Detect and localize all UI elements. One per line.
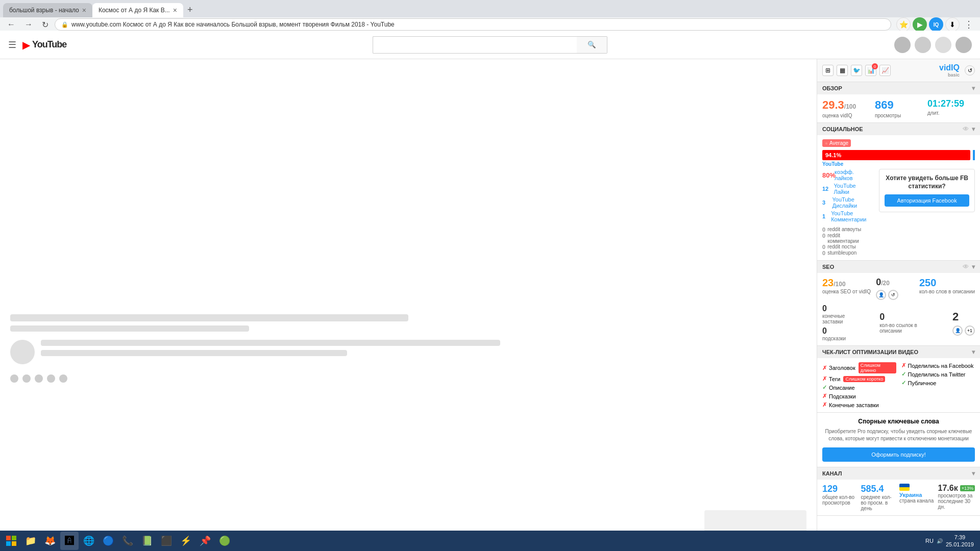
overview-header[interactable]: ОБЗОР ▾ <box>817 82 980 94</box>
check-x-endcards: ✗ <box>822 402 827 408</box>
reddit-val-3: 0 <box>822 250 825 256</box>
checklist-content: ✗ Заголовок Слишком длинно ✗ Теги Слишко… <box>817 358 980 412</box>
duration-block: 01:27:59 длит. <box>927 98 975 116</box>
tab-1-close[interactable]: × <box>82 6 86 14</box>
metric-row-3: 1 YouTube Комментарии <box>822 210 870 222</box>
dot-5[interactable] <box>59 374 67 383</box>
nav-bar: ← → ↻ 🔒 www.youtube.com Космос от А до Я… <box>0 17 980 32</box>
subscribe-button[interactable]: Оформить подписку! <box>822 447 975 462</box>
hamburger-menu[interactable]: ☰ <box>8 39 16 51</box>
avatar-3[interactable] <box>935 37 951 53</box>
dot-4[interactable] <box>47 374 55 383</box>
cards-label: подсказки <box>822 336 864 341</box>
metric-value-0: 80% <box>822 171 832 179</box>
metric-value-1: 12 <box>822 186 831 192</box>
svg-rect-0 <box>6 536 11 540</box>
taskbar-antivirus[interactable]: 🅰 <box>60 532 79 550</box>
extension-icon-4[interactable]: ⬇ <box>945 17 960 32</box>
overview-content: 29.3/100 оценка vidIQ 869 просмотры 01:2… <box>817 94 980 122</box>
avatar-1[interactable] <box>894 37 911 53</box>
vidiq-toolbar: ⊞ ▦ 🐦 0 📊 📈 vidIQ basic ↺ <box>817 59 980 82</box>
taskbar-opera[interactable]: 🔵 <box>99 532 117 550</box>
taskbar-browser1[interactable]: 🦊 <box>41 532 59 550</box>
extension-icon-2[interactable]: ▶ <box>913 17 927 32</box>
reddit-label-1: reddit комментарии <box>827 233 870 244</box>
taskbar-note[interactable]: 📗 <box>138 532 156 550</box>
channel-section: КАНАЛ ▾ 129 общее кол-во просмотров 585.… <box>817 467 980 516</box>
toolbar-badge-icon[interactable]: 0 📊 <box>865 65 876 76</box>
avatar-4[interactable] <box>955 37 972 53</box>
fb-auth-button[interactable]: Авторизация Facebook <box>885 194 969 207</box>
toolbar-bar-icon[interactable]: ▦ <box>837 65 848 76</box>
taskbar-chrome[interactable]: 🌐 <box>80 532 98 550</box>
check-label-title: Заголовок <box>829 365 855 371</box>
placeholder-title <box>10 314 408 321</box>
extension-icon-1[interactable]: ⭐ <box>896 17 911 32</box>
toolbar-twitter-icon[interactable]: 🐦 <box>851 65 862 76</box>
vidiq-score-value: 29.3/100 <box>822 98 870 112</box>
tab-2[interactable]: Космос от А до Я Как В... × <box>92 3 183 17</box>
taskbar-locale: RU <box>925 538 934 544</box>
desc-words-value: 250 <box>919 277 975 289</box>
check-x-tags: ✗ <box>822 375 827 382</box>
taskbar-skype[interactable]: 📞 <box>118 532 137 550</box>
checklist-header[interactable]: ЧЕК-ЛИСТ ОПТИМИЗАЦИИ ВИДЕО ▾ <box>817 346 980 358</box>
dot-3[interactable] <box>35 374 43 383</box>
address-bar[interactable]: 🔒 www.youtube.com Космос от А до Я Как в… <box>55 18 891 31</box>
engagement-row: ● Average <box>822 139 975 147</box>
new-tab-button[interactable]: + <box>183 3 197 17</box>
checklist-chevron: ▾ <box>972 348 975 356</box>
extension-icon-3[interactable]: IQ <box>929 17 943 32</box>
social-eye-icon[interactable]: 👁 <box>963 126 969 133</box>
youtube-bar-value: 94.1% <box>825 152 841 158</box>
social-title: СОЦИАЛЬНОЕ <box>822 126 863 132</box>
desc-links-label: кол-во ссылок в описании <box>879 322 937 334</box>
check-label-public: Публичное <box>908 380 937 386</box>
tags-icon-person: 👤 <box>952 325 963 336</box>
search-button[interactable]: 🔍 <box>577 36 607 54</box>
checklist-section: ЧЕК-ЛИСТ ОПТИМИЗАЦИИ ВИДЕО ▾ ✗ Заголовок… <box>817 346 980 413</box>
seo-header[interactable]: SEO 👁 ▾ <box>817 261 980 273</box>
avg-label: Average <box>829 140 848 146</box>
toolbar-trend-icon[interactable]: 📈 <box>879 65 891 76</box>
taskbar-app8[interactable]: ⚡ <box>177 532 195 550</box>
reload-button[interactable]: ↻ <box>39 18 52 32</box>
vidiq-score-max: /100 <box>844 103 856 110</box>
dot-2[interactable] <box>22 374 31 383</box>
vidiq-plan: basic <box>939 72 960 78</box>
taskbar-right: RU 🔊 7:39 25.01.2019 <box>925 534 978 548</box>
taskbar-files[interactable]: 📁 <box>21 532 40 550</box>
dot-1[interactable] <box>10 374 18 383</box>
check-desc: ✓ Описание <box>822 384 896 391</box>
taskbar-app7[interactable]: ⬛ <box>157 532 176 550</box>
main-layout: ⊞ ▦ 🐦 0 📊 📈 vidIQ basic ↺ ОБЗОР ▾ <box>0 59 980 551</box>
country-block: Украина страна канала <box>899 484 934 504</box>
back-button[interactable]: ← <box>4 18 18 31</box>
tags-badge: Слишком коротко <box>843 376 885 382</box>
social-content: ● Average 94.1% YouTube 80% <box>817 135 980 260</box>
tab-1[interactable]: большой взрыв - начало × <box>3 3 92 17</box>
vidiq-settings-icon[interactable]: ↺ <box>965 65 975 76</box>
loading-row-1 <box>10 340 806 364</box>
duration-label: длит. <box>927 110 975 116</box>
menu-button[interactable]: ⋮ <box>962 17 976 32</box>
seo-eye-icon[interactable]: 👁 <box>963 263 969 270</box>
toolbar-grid-icon[interactable]: ⊞ <box>822 65 834 76</box>
search-input[interactable] <box>373 36 577 54</box>
forward-button[interactable]: → <box>21 18 36 31</box>
end-cards-block: 0 конечные заставки 0 подсказки <box>822 304 864 341</box>
metric-label-3: YouTube Комментарии <box>831 210 870 222</box>
avg-daily-block: 585.4 среднее кол-во просм. в день <box>861 484 896 511</box>
tab-2-close[interactable]: × <box>173 6 177 14</box>
start-button[interactable] <box>2 532 20 550</box>
check-x-fb: ✗ <box>901 362 906 369</box>
taskbar-app9[interactable]: 📌 <box>196 532 214 550</box>
metric-row-0: 80% коэфф. лайков <box>822 169 870 181</box>
social-header[interactable]: СОЦИАЛЬНОЕ 👁 ▾ <box>817 123 980 135</box>
subscribers-label: общее кол-во просмотров <box>822 494 857 506</box>
taskbar-whatsapp[interactable]: 🟢 <box>215 532 234 550</box>
youtube-logo[interactable]: ▶ YouTube <box>22 39 66 51</box>
views30-row: 17.6к +13% <box>938 484 975 493</box>
avatar-2[interactable] <box>915 37 931 53</box>
channel-header[interactable]: КАНАЛ ▾ <box>817 467 980 480</box>
